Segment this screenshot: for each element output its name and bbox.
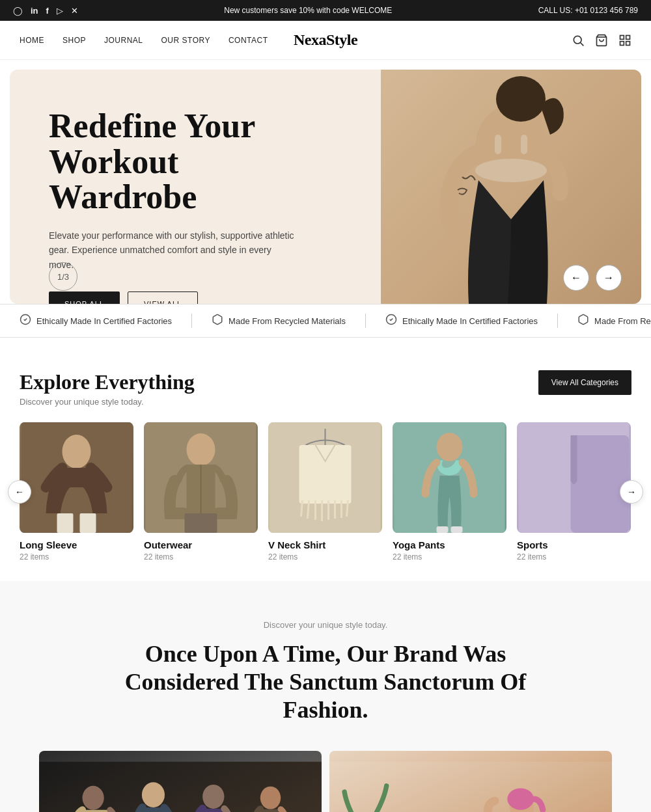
category-count-sports: 22 items [517, 552, 631, 562]
category-card-long-sleeve[interactable]: Long Sleeve 22 items [20, 422, 133, 562]
category-image-long-sleeve [20, 422, 133, 533]
category-count-outerwear: 22 items [144, 552, 258, 562]
svg-rect-38 [451, 526, 463, 533]
category-name-long-sleeve: Long Sleeve [20, 539, 133, 550]
svg-line-1 [581, 42, 584, 46]
social-links[interactable]: ◯ in f ▷ ✕ [13, 6, 78, 16]
explore-title: Explore Everything [20, 370, 195, 394]
svg-point-20 [187, 433, 215, 466]
svg-rect-26 [299, 445, 352, 504]
svg-rect-17 [57, 513, 74, 533]
brand-story-sub: Discover your unique style today. [20, 620, 631, 630]
ticker-label-2: Made From Recycled Materials [229, 316, 346, 326]
view-all-categories-button[interactable]: View All Categories [538, 370, 631, 395]
ticker-items: Ethically Made In Certified Factories Ma… [0, 314, 651, 328]
view-all-button[interactable]: VIEW ALL [128, 291, 198, 304]
svg-rect-23 [185, 513, 217, 533]
promo-text: New customers save 10% with code WELCOME [78, 6, 538, 15]
svg-rect-47 [329, 761, 612, 812]
nav-journal[interactable]: JOURNAL [104, 36, 143, 45]
hero-title: Redefine Your Workout Wardrobe [49, 109, 309, 215]
hero-subtitle: Elevate your performance with our stylis… [49, 228, 296, 272]
check-circle-icon [20, 314, 31, 328]
check-circle-icon-2 [385, 314, 397, 328]
svg-point-46 [260, 786, 281, 809]
nav-our-story[interactable]: OUR STORY [161, 36, 210, 45]
svg-rect-5 [620, 41, 624, 45]
svg-line-34 [347, 500, 348, 517]
svg-point-45 [202, 785, 224, 809]
explore-header-text: Explore Everything Discover your unique … [20, 370, 195, 407]
recycle-icon-2 [577, 314, 589, 328]
top-bar: ◯ in f ▷ ✕ New customers save 10% with c… [0, 0, 651, 21]
hero-content: Redefine Your Workout Wardrobe Elevate y… [10, 70, 348, 304]
shop-all-button[interactable]: SHOP ALL [49, 291, 120, 304]
svg-point-0 [574, 36, 581, 44]
ticker-item-4: Made From Recycled Materials [558, 314, 651, 328]
explore-subtitle: Discover your unique style today. [20, 397, 195, 407]
yoga-figure [393, 422, 506, 533]
explore-header: Explore Everything Discover your unique … [20, 370, 631, 407]
svg-point-9 [496, 76, 546, 122]
category-count-long-sleeve: 22 items [20, 552, 133, 562]
svg-point-44 [142, 782, 165, 807]
recycle-icon-1 [212, 314, 223, 328]
collection-grid: STREET FASHION STYLE [20, 751, 631, 812]
svg-rect-37 [437, 526, 449, 533]
category-name-sports: Sports [517, 539, 631, 550]
nav-links[interactable]: HOME SHOP JOURNAL OUR STORY CONTACT [20, 36, 268, 45]
grid-icon[interactable] [618, 34, 631, 47]
site-logo[interactable]: NexaStyle [294, 31, 357, 49]
svg-rect-3 [620, 35, 624, 39]
category-name-outerwear: Outerwear [144, 539, 258, 550]
category-carousel: ← Long Sleeve 22 items [20, 422, 631, 562]
x-icon[interactable]: ✕ [71, 6, 78, 16]
search-icon[interactable] [572, 34, 585, 47]
ticker-item-1: Ethically Made In Certified Factories [0, 314, 192, 328]
hero-next-button[interactable]: → [596, 265, 622, 291]
category-name-yoga: Yoga Pants [393, 539, 506, 550]
collection-card-denim[interactable]: DENIM COLLECTION [329, 751, 612, 812]
vneck-figure [268, 422, 382, 533]
ticker-label-3: Ethically Made In Certified Factories [402, 316, 538, 326]
category-grid: Long Sleeve 22 items Outer [20, 422, 631, 562]
hero-section: Redefine Your Workout Wardrobe Elevate y… [10, 70, 641, 304]
hero-buttons[interactable]: SHOP ALL VIEW ALL [49, 291, 309, 304]
nav-contact[interactable]: CONTACT [229, 36, 268, 45]
category-card-yoga[interactable]: Yoga Pants 22 items [393, 422, 506, 562]
brand-story-section: Discover your unique style today. Once U… [0, 581, 651, 812]
explore-section: Explore Everything Discover your unique … [0, 338, 651, 581]
category-image-vneck [268, 422, 382, 533]
svg-point-12 [475, 159, 547, 182]
category-card-outerwear[interactable]: Outerwear 22 items [144, 422, 258, 562]
svg-rect-11 [521, 135, 527, 154]
ticker-item-3: Ethically Made In Certified Factories [366, 314, 558, 328]
call-us: CALL US: +01 0123 456 789 [538, 6, 638, 15]
category-name-vneck: V Neck Shirt [268, 539, 382, 550]
sports-figure [517, 422, 631, 533]
street-fashion-image [39, 751, 322, 812]
instagram-icon[interactable]: ◯ [13, 6, 23, 16]
youtube-icon[interactable]: ▷ [57, 6, 63, 16]
nav-icons[interactable] [572, 34, 631, 47]
main-nav: HOME SHOP JOURNAL OUR STORY CONTACT Nexa… [0, 21, 651, 60]
category-card-vneck[interactable]: V Neck Shirt 22 items [268, 422, 382, 562]
carousel-next-button[interactable]: → [620, 480, 643, 504]
carousel-prev-button[interactable]: ← [8, 480, 31, 504]
category-image-outerwear [144, 422, 258, 533]
svg-rect-40 [571, 435, 630, 533]
linkedin-icon[interactable]: in [31, 6, 38, 16]
category-card-sports[interactable]: Sports 22 items [517, 422, 631, 562]
collection-card-street-fashion[interactable]: STREET FASHION STYLE [39, 751, 322, 812]
category-count-vneck: 22 items [268, 552, 382, 562]
nav-home[interactable]: HOME [20, 36, 44, 45]
svg-rect-18 [80, 513, 96, 533]
svg-rect-4 [626, 35, 630, 39]
hero-prev-button[interactable]: ← [563, 265, 589, 291]
outerwear-figure [144, 422, 258, 533]
cart-icon[interactable] [595, 34, 608, 47]
hero-navigation[interactable]: ← → [563, 265, 622, 291]
facebook-icon[interactable]: f [46, 6, 49, 16]
nav-shop[interactable]: SHOP [62, 36, 86, 45]
ticker-label-1: Ethically Made In Certified Factories [36, 316, 172, 326]
